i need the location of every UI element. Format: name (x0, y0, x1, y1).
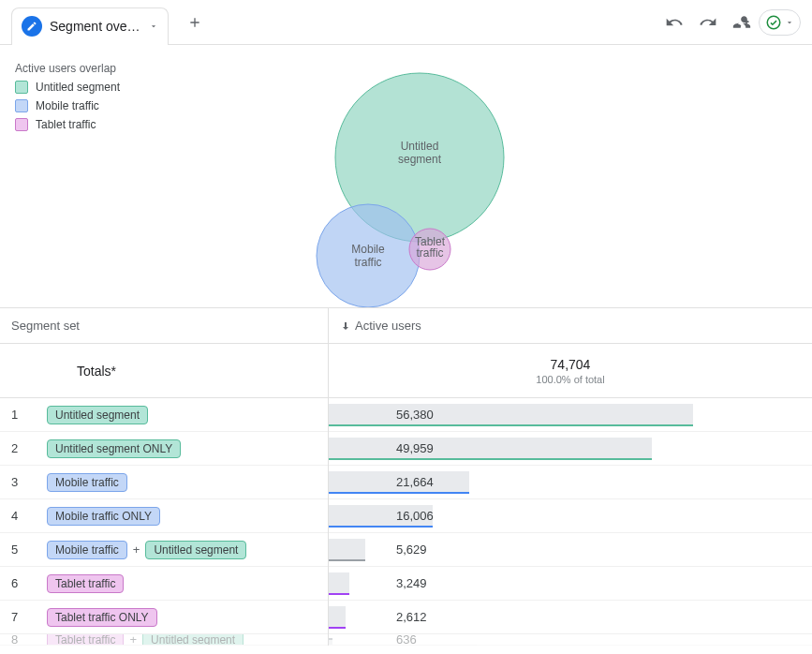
row-number: 6 (11, 576, 47, 590)
bar-cell[interactable]: 49,959 (329, 432, 812, 466)
bar-value: 5,629 (329, 543, 427, 557)
bar-cell[interactable]: 56,380 (329, 398, 812, 432)
svg-point-0 (767, 16, 780, 29)
sort-desc-icon (340, 320, 351, 332)
table-row[interactable]: 7Tablet traffic ONLY (0, 601, 328, 634)
header-active-users[interactable]: Active users (329, 308, 812, 344)
bar-underline (329, 526, 433, 528)
segment-chip[interactable]: Untitled segment (145, 541, 246, 559)
table-row[interactable]: 2Untitled segment ONLY (0, 432, 328, 466)
bar-cell[interactable]: 2,612 (329, 601, 812, 634)
tab-segment-overlap[interactable]: Segment overl… (11, 7, 169, 45)
bar-cell[interactable]: 16,006 (329, 499, 812, 533)
segment-chip[interactable]: Tablet traffic ONLY (47, 608, 157, 627)
chevron-down-icon[interactable] (149, 22, 158, 31)
totals-label-cell: Totals* (0, 344, 328, 398)
venn-label-mobile: Mobile (351, 243, 385, 256)
toolbar: Segment overl… (0, 0, 812, 45)
segment-chip[interactable]: Untitled segment (142, 634, 244, 646)
row-number: 8 (11, 634, 47, 646)
row-number: 2 (11, 441, 47, 455)
redo-button[interactable] (691, 6, 725, 39)
table-row[interactable]: 8Tablet traffic+Untitled segment (0, 634, 328, 646)
bar-value: 16,006 (329, 509, 434, 523)
segment-chip[interactable]: Mobile traffic ONLY (47, 507, 160, 526)
table-row[interactable]: 5Mobile traffic+Untitled segment (0, 533, 328, 567)
bar-value: 636 (329, 634, 417, 646)
add-tab-button[interactable] (176, 4, 214, 41)
viz-area: Active users overlap Untitled segmentMob… (0, 45, 812, 654)
segment-chip[interactable]: Mobile traffic (47, 541, 127, 559)
row-number: 1 (11, 408, 47, 422)
bar-value: 2,612 (329, 610, 427, 624)
svg-text:traffic: traffic (416, 246, 443, 260)
table-col-segment: Segment set Totals* 1Untitled segment2Un… (0, 308, 329, 646)
bar-cell[interactable]: 3,249 (329, 567, 812, 601)
bar-value: 49,959 (329, 441, 434, 455)
tab-label: Segment overl… (50, 19, 143, 34)
table-row[interactable]: 4Mobile traffic ONLY (0, 499, 328, 533)
table-row[interactable]: 3Mobile traffic (0, 466, 328, 499)
segment-chip[interactable]: Untitled segment ONLY (47, 439, 181, 458)
segment-chip[interactable]: Untitled segment (47, 406, 148, 424)
svg-text:segment: segment (398, 153, 442, 166)
segment-chip[interactable]: Tablet traffic (47, 634, 124, 646)
venn-label-untitled: Untitled (401, 140, 439, 153)
table-row[interactable]: 6Tablet traffic (0, 567, 328, 601)
status-button[interactable] (759, 9, 801, 36)
check-circle-icon (765, 14, 782, 31)
share-button[interactable] (725, 6, 759, 39)
bar-cell[interactable]: 21,664 (329, 466, 812, 499)
pencil-icon (22, 16, 42, 37)
bar-cell[interactable]: 5,629 (329, 533, 812, 567)
bar-underline (329, 559, 365, 561)
bar-value: 21,664 (329, 475, 434, 489)
bar-underline (329, 458, 652, 460)
table-row[interactable]: 1Untitled segment (0, 398, 328, 432)
row-number: 7 (11, 610, 47, 624)
bar-value: 56,380 (329, 408, 434, 422)
undo-button[interactable] (657, 6, 691, 39)
row-number: 4 (11, 509, 47, 523)
chevron-down-icon (785, 18, 794, 27)
row-number: 5 (11, 543, 47, 557)
svg-text:traffic: traffic (354, 256, 381, 269)
bar-underline (329, 492, 469, 494)
data-table: Segment set Totals* 1Untitled segment2Un… (0, 307, 812, 646)
header-segment-set[interactable]: Segment set (0, 308, 328, 344)
content: Active users overlap Untitled segmentMob… (0, 45, 812, 654)
table-col-active-users: Active users 74,704 100.0% of total 56,3… (329, 308, 812, 646)
totals-value-cell: 74,704 100.0% of total (329, 344, 812, 398)
row-number: 3 (11, 475, 47, 489)
bar-underline (329, 424, 693, 426)
segment-chip[interactable]: Mobile traffic (47, 473, 127, 492)
bar-underline (329, 593, 349, 595)
bar-underline (329, 627, 346, 629)
segment-chip[interactable]: Tablet traffic (47, 574, 124, 593)
bar-cell[interactable]: 636 (329, 634, 812, 646)
bar-value: 3,249 (329, 576, 427, 590)
venn-diagram: Untitled segment Mobile traffic Tablet t… (0, 45, 812, 307)
plus-icon: + (129, 634, 137, 646)
plus-icon: + (133, 543, 140, 557)
